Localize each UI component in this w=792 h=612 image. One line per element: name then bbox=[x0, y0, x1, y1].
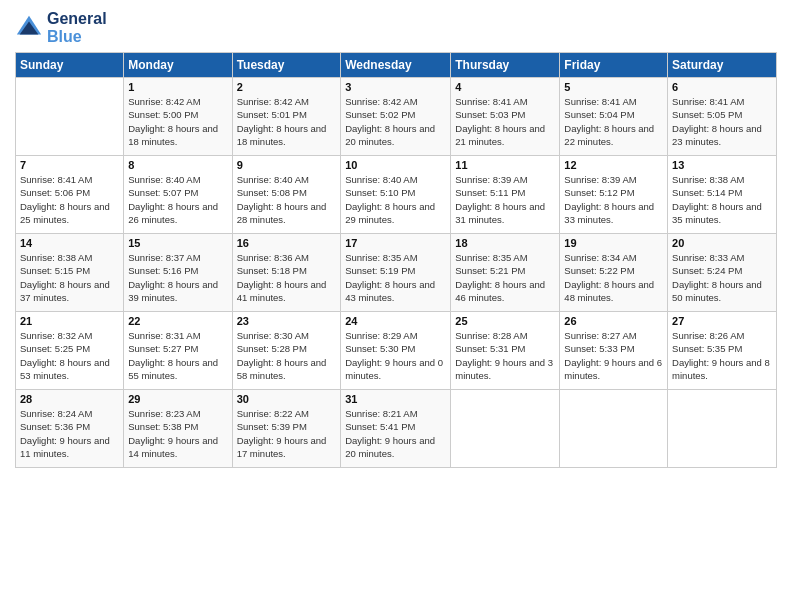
day-number: 16 bbox=[237, 237, 337, 249]
day-number: 18 bbox=[455, 237, 555, 249]
day-number: 5 bbox=[564, 81, 663, 93]
day-detail: Sunrise: 8:31 AMSunset: 5:27 PMDaylight:… bbox=[128, 329, 227, 382]
day-number: 9 bbox=[237, 159, 337, 171]
day-number: 14 bbox=[20, 237, 119, 249]
day-cell: 28 Sunrise: 8:24 AMSunset: 5:36 PMDaylig… bbox=[16, 390, 124, 468]
day-cell: 8 Sunrise: 8:40 AMSunset: 5:07 PMDayligh… bbox=[124, 156, 232, 234]
day-number: 24 bbox=[345, 315, 446, 327]
header: General Blue bbox=[15, 10, 777, 46]
day-number: 15 bbox=[128, 237, 227, 249]
day-detail: Sunrise: 8:24 AMSunset: 5:36 PMDaylight:… bbox=[20, 407, 119, 460]
day-number: 22 bbox=[128, 315, 227, 327]
week-row-3: 14 Sunrise: 8:38 AMSunset: 5:15 PMDaylig… bbox=[16, 234, 777, 312]
day-cell: 6 Sunrise: 8:41 AMSunset: 5:05 PMDayligh… bbox=[668, 78, 777, 156]
day-cell: 16 Sunrise: 8:36 AMSunset: 5:18 PMDaylig… bbox=[232, 234, 341, 312]
day-detail: Sunrise: 8:42 AMSunset: 5:02 PMDaylight:… bbox=[345, 95, 446, 148]
day-number: 30 bbox=[237, 393, 337, 405]
day-number: 27 bbox=[672, 315, 772, 327]
day-number: 1 bbox=[128, 81, 227, 93]
header-cell-wednesday: Wednesday bbox=[341, 53, 451, 78]
day-number: 26 bbox=[564, 315, 663, 327]
day-number: 23 bbox=[237, 315, 337, 327]
header-cell-tuesday: Tuesday bbox=[232, 53, 341, 78]
week-row-4: 21 Sunrise: 8:32 AMSunset: 5:25 PMDaylig… bbox=[16, 312, 777, 390]
day-cell: 12 Sunrise: 8:39 AMSunset: 5:12 PMDaylig… bbox=[560, 156, 668, 234]
day-number: 7 bbox=[20, 159, 119, 171]
day-number: 21 bbox=[20, 315, 119, 327]
day-detail: Sunrise: 8:38 AMSunset: 5:14 PMDaylight:… bbox=[672, 173, 772, 226]
header-cell-saturday: Saturday bbox=[668, 53, 777, 78]
day-detail: Sunrise: 8:35 AMSunset: 5:19 PMDaylight:… bbox=[345, 251, 446, 304]
day-cell: 11 Sunrise: 8:39 AMSunset: 5:11 PMDaylig… bbox=[451, 156, 560, 234]
calendar-table: SundayMondayTuesdayWednesdayThursdayFrid… bbox=[15, 52, 777, 468]
day-cell: 29 Sunrise: 8:23 AMSunset: 5:38 PMDaylig… bbox=[124, 390, 232, 468]
day-number: 19 bbox=[564, 237, 663, 249]
week-row-2: 7 Sunrise: 8:41 AMSunset: 5:06 PMDayligh… bbox=[16, 156, 777, 234]
logo-icon bbox=[15, 14, 43, 42]
day-cell: 26 Sunrise: 8:27 AMSunset: 5:33 PMDaylig… bbox=[560, 312, 668, 390]
day-cell: 30 Sunrise: 8:22 AMSunset: 5:39 PMDaylig… bbox=[232, 390, 341, 468]
day-detail: Sunrise: 8:38 AMSunset: 5:15 PMDaylight:… bbox=[20, 251, 119, 304]
day-cell: 9 Sunrise: 8:40 AMSunset: 5:08 PMDayligh… bbox=[232, 156, 341, 234]
day-detail: Sunrise: 8:27 AMSunset: 5:33 PMDaylight:… bbox=[564, 329, 663, 382]
day-detail: Sunrise: 8:40 AMSunset: 5:10 PMDaylight:… bbox=[345, 173, 446, 226]
day-cell: 7 Sunrise: 8:41 AMSunset: 5:06 PMDayligh… bbox=[16, 156, 124, 234]
day-cell bbox=[560, 390, 668, 468]
day-cell: 5 Sunrise: 8:41 AMSunset: 5:04 PMDayligh… bbox=[560, 78, 668, 156]
day-cell bbox=[668, 390, 777, 468]
header-cell-monday: Monday bbox=[124, 53, 232, 78]
page: General Blue SundayMondayTuesdayWednesda… bbox=[0, 0, 792, 612]
day-detail: Sunrise: 8:21 AMSunset: 5:41 PMDaylight:… bbox=[345, 407, 446, 460]
day-detail: Sunrise: 8:42 AMSunset: 5:00 PMDaylight:… bbox=[128, 95, 227, 148]
day-cell: 19 Sunrise: 8:34 AMSunset: 5:22 PMDaylig… bbox=[560, 234, 668, 312]
day-number: 2 bbox=[237, 81, 337, 93]
day-cell: 13 Sunrise: 8:38 AMSunset: 5:14 PMDaylig… bbox=[668, 156, 777, 234]
day-cell: 22 Sunrise: 8:31 AMSunset: 5:27 PMDaylig… bbox=[124, 312, 232, 390]
day-detail: Sunrise: 8:41 AMSunset: 5:05 PMDaylight:… bbox=[672, 95, 772, 148]
day-cell: 25 Sunrise: 8:28 AMSunset: 5:31 PMDaylig… bbox=[451, 312, 560, 390]
day-cell: 24 Sunrise: 8:29 AMSunset: 5:30 PMDaylig… bbox=[341, 312, 451, 390]
day-number: 20 bbox=[672, 237, 772, 249]
day-number: 11 bbox=[455, 159, 555, 171]
logo: General Blue bbox=[15, 10, 107, 46]
day-number: 4 bbox=[455, 81, 555, 93]
day-number: 12 bbox=[564, 159, 663, 171]
day-cell: 3 Sunrise: 8:42 AMSunset: 5:02 PMDayligh… bbox=[341, 78, 451, 156]
day-cell: 21 Sunrise: 8:32 AMSunset: 5:25 PMDaylig… bbox=[16, 312, 124, 390]
day-detail: Sunrise: 8:42 AMSunset: 5:01 PMDaylight:… bbox=[237, 95, 337, 148]
logo-text: General Blue bbox=[47, 10, 107, 46]
day-number: 31 bbox=[345, 393, 446, 405]
day-detail: Sunrise: 8:36 AMSunset: 5:18 PMDaylight:… bbox=[237, 251, 337, 304]
day-detail: Sunrise: 8:41 AMSunset: 5:04 PMDaylight:… bbox=[564, 95, 663, 148]
day-number: 3 bbox=[345, 81, 446, 93]
day-cell: 14 Sunrise: 8:38 AMSunset: 5:15 PMDaylig… bbox=[16, 234, 124, 312]
day-cell: 17 Sunrise: 8:35 AMSunset: 5:19 PMDaylig… bbox=[341, 234, 451, 312]
day-detail: Sunrise: 8:40 AMSunset: 5:07 PMDaylight:… bbox=[128, 173, 227, 226]
day-detail: Sunrise: 8:39 AMSunset: 5:11 PMDaylight:… bbox=[455, 173, 555, 226]
header-cell-friday: Friday bbox=[560, 53, 668, 78]
day-cell: 15 Sunrise: 8:37 AMSunset: 5:16 PMDaylig… bbox=[124, 234, 232, 312]
day-detail: Sunrise: 8:37 AMSunset: 5:16 PMDaylight:… bbox=[128, 251, 227, 304]
day-cell: 27 Sunrise: 8:26 AMSunset: 5:35 PMDaylig… bbox=[668, 312, 777, 390]
day-cell: 1 Sunrise: 8:42 AMSunset: 5:00 PMDayligh… bbox=[124, 78, 232, 156]
day-detail: Sunrise: 8:39 AMSunset: 5:12 PMDaylight:… bbox=[564, 173, 663, 226]
day-detail: Sunrise: 8:35 AMSunset: 5:21 PMDaylight:… bbox=[455, 251, 555, 304]
day-detail: Sunrise: 8:29 AMSunset: 5:30 PMDaylight:… bbox=[345, 329, 446, 382]
day-number: 28 bbox=[20, 393, 119, 405]
day-number: 8 bbox=[128, 159, 227, 171]
day-detail: Sunrise: 8:22 AMSunset: 5:39 PMDaylight:… bbox=[237, 407, 337, 460]
day-detail: Sunrise: 8:34 AMSunset: 5:22 PMDaylight:… bbox=[564, 251, 663, 304]
day-detail: Sunrise: 8:41 AMSunset: 5:06 PMDaylight:… bbox=[20, 173, 119, 226]
week-row-5: 28 Sunrise: 8:24 AMSunset: 5:36 PMDaylig… bbox=[16, 390, 777, 468]
day-cell: 18 Sunrise: 8:35 AMSunset: 5:21 PMDaylig… bbox=[451, 234, 560, 312]
day-detail: Sunrise: 8:33 AMSunset: 5:24 PMDaylight:… bbox=[672, 251, 772, 304]
day-number: 29 bbox=[128, 393, 227, 405]
day-number: 25 bbox=[455, 315, 555, 327]
day-detail: Sunrise: 8:32 AMSunset: 5:25 PMDaylight:… bbox=[20, 329, 119, 382]
week-row-1: 1 Sunrise: 8:42 AMSunset: 5:00 PMDayligh… bbox=[16, 78, 777, 156]
day-number: 6 bbox=[672, 81, 772, 93]
day-cell: 2 Sunrise: 8:42 AMSunset: 5:01 PMDayligh… bbox=[232, 78, 341, 156]
day-number: 10 bbox=[345, 159, 446, 171]
day-number: 13 bbox=[672, 159, 772, 171]
day-cell: 10 Sunrise: 8:40 AMSunset: 5:10 PMDaylig… bbox=[341, 156, 451, 234]
